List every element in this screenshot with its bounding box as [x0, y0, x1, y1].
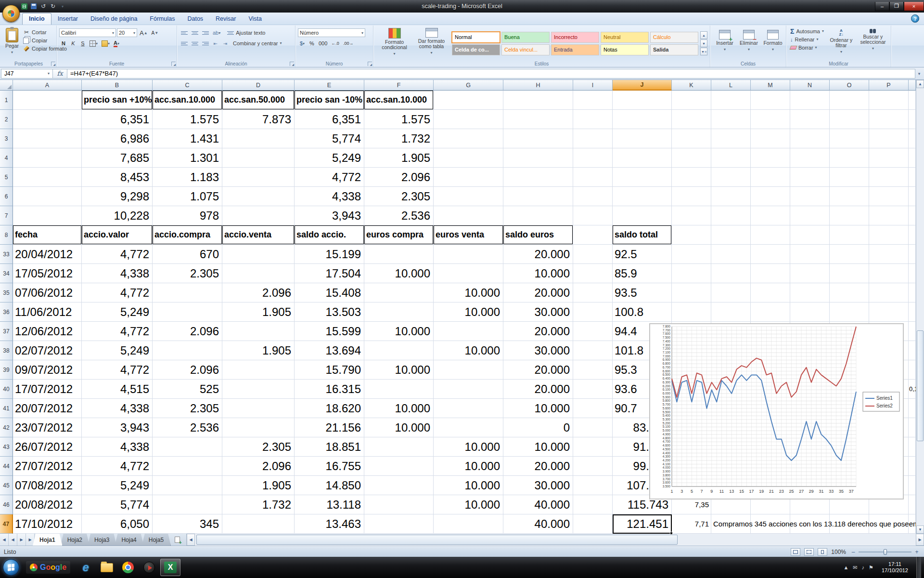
dialog-launcher-alignment[interactable]	[290, 62, 294, 66]
ribbon-tab-diseño-de-página[interactable]: Diseño de página	[84, 13, 143, 25]
page-break-view-button[interactable]	[818, 548, 827, 556]
cell-style-chip[interactable]: Neutral	[601, 32, 649, 43]
conditional-formatting-button[interactable]: Formato condicional ▾	[376, 26, 413, 60]
cell-N2[interactable]	[790, 110, 830, 129]
cell-A45[interactable]: 07/08/2012	[13, 476, 82, 495]
tray-volume-icon[interactable]: ♪	[862, 565, 865, 570]
cell-H45[interactable]: 30.000	[503, 476, 573, 495]
row-header-46[interactable]: 46	[0, 495, 13, 514]
cell-B4[interactable]: 7,685	[82, 148, 153, 168]
cell-A4[interactable]	[13, 148, 82, 168]
cell-D35[interactable]: 2.096	[222, 283, 295, 302]
cell-C36[interactable]	[153, 302, 222, 322]
cell-P5[interactable]	[869, 168, 909, 187]
column-header-C[interactable]: C	[153, 80, 222, 91]
gallery-expand-button[interactable]: ▼≡	[700, 48, 707, 55]
cell-C40[interactable]: 525	[153, 380, 222, 399]
cell-E33[interactable]: 15.199	[295, 245, 364, 264]
cell-F7[interactable]: 2.536	[364, 206, 434, 225]
cell-I38[interactable]	[573, 341, 613, 360]
cell-K34[interactable]	[672, 264, 711, 283]
gallery-up-button[interactable]: ▲	[700, 31, 707, 39]
cell-M8[interactable]	[751, 225, 790, 245]
cell-G42[interactable]	[434, 418, 503, 437]
dialog-launcher-clipboard[interactable]	[51, 62, 55, 66]
column-header-J[interactable]: J	[613, 80, 672, 91]
cell-J8[interactable]: saldo total	[613, 225, 672, 245]
cell-H35[interactable]: 20.000	[503, 283, 573, 302]
increase-decimal-button[interactable]: ←.0	[330, 39, 341, 48]
cell-F5[interactable]: 2.096	[364, 168, 434, 187]
cell-H40[interactable]: 20.000	[503, 380, 573, 399]
autosum-button[interactable]: ΣAutosuma▾	[789, 27, 825, 35]
cell-E6[interactable]: 4,338	[295, 187, 364, 206]
cell-E46[interactable]: 13.118	[295, 495, 364, 514]
taskbar-google-search[interactable]: Google	[26, 561, 70, 574]
close-button[interactable]: ×	[904, 2, 924, 11]
cell-G3[interactable]	[434, 129, 503, 148]
cell-C41[interactable]: 2.305	[153, 399, 222, 418]
cell-F6[interactable]: 2.305	[364, 187, 434, 206]
cell-G7[interactable]	[434, 206, 503, 225]
cell-A1[interactable]	[13, 91, 82, 110]
cell-O7[interactable]	[830, 206, 869, 225]
cell-F47[interactable]	[364, 514, 434, 534]
decrease-decimal-button[interactable]: .00→	[342, 39, 355, 48]
align-top-button[interactable]	[180, 28, 189, 37]
cell-D4[interactable]	[222, 148, 295, 168]
cell-K3[interactable]	[672, 129, 711, 148]
taskbar-media-player[interactable]	[139, 559, 159, 576]
scroll-left-icon[interactable]: ◀	[187, 534, 195, 546]
cell-I45[interactable]	[573, 476, 613, 495]
cell-K2[interactable]	[672, 110, 711, 129]
cell-M36[interactable]	[751, 302, 790, 322]
align-center-button[interactable]	[190, 39, 200, 48]
cell-B41[interactable]: 4,338	[82, 399, 153, 418]
row-header-1[interactable]: 1	[0, 91, 13, 110]
cell-I34[interactable]	[573, 264, 613, 283]
cell-K7[interactable]	[672, 206, 711, 225]
cell-B46[interactable]: 5,774	[82, 495, 153, 514]
cell-E7[interactable]: 3,943	[295, 206, 364, 225]
cell-E35[interactable]: 15.408	[295, 283, 364, 302]
row-header-5[interactable]: 5	[0, 168, 13, 187]
cell-G5[interactable]	[434, 168, 503, 187]
cell-F45[interactable]	[364, 476, 434, 495]
cell-B36[interactable]: 5,249	[82, 302, 153, 322]
cell-A35[interactable]: 07/06/2012	[13, 283, 82, 302]
cell-E44[interactable]: 16.755	[295, 457, 364, 476]
column-header-P[interactable]: P	[869, 80, 909, 91]
scroll-down-icon[interactable]: ▼	[916, 525, 924, 534]
tray-network-icon[interactable]: ⚑	[869, 565, 873, 571]
first-sheet-icon[interactable]: ◀	[0, 534, 9, 546]
cell-M7[interactable]	[751, 206, 790, 225]
cell-H7[interactable]	[503, 206, 573, 225]
cell-H46[interactable]: 40.000	[503, 495, 573, 514]
row-header-3[interactable]: 3	[0, 129, 13, 148]
cell-P36[interactable]	[869, 302, 909, 322]
show-desktop-button[interactable]	[916, 557, 921, 578]
cell-G6[interactable]	[434, 187, 503, 206]
cell-L35[interactable]	[711, 283, 751, 302]
cell-E38[interactable]: 13.694	[295, 341, 364, 360]
cell-H43[interactable]: 10.000	[503, 437, 573, 457]
cell-C33[interactable]: 670	[153, 245, 222, 264]
cell-M34[interactable]	[751, 264, 790, 283]
cell-P4[interactable]	[869, 148, 909, 168]
cell-C6[interactable]: 1.075	[153, 187, 222, 206]
column-header-M[interactable]: M	[751, 80, 790, 91]
cell-B43[interactable]: 4,338	[82, 437, 153, 457]
cell-A42[interactable]: 23/07/2012	[13, 418, 82, 437]
taskbar-internet-explorer[interactable]: e	[76, 559, 96, 576]
dialog-launcher-number[interactable]	[368, 62, 372, 66]
column-header-O[interactable]: O	[830, 80, 869, 91]
cell-J47[interactable]: 121.451	[613, 514, 672, 534]
row-header-38[interactable]: 38	[0, 341, 13, 360]
cell-I5[interactable]	[573, 168, 613, 187]
row-header-33[interactable]: 33	[0, 245, 13, 264]
cell-D47[interactable]	[222, 514, 295, 534]
taskbar-excel[interactable]: X	[160, 559, 180, 576]
cell-L5[interactable]	[711, 168, 751, 187]
cell-D36[interactable]: 1.905	[222, 302, 295, 322]
cell-style-chip[interactable]: Entrada	[551, 44, 599, 55]
